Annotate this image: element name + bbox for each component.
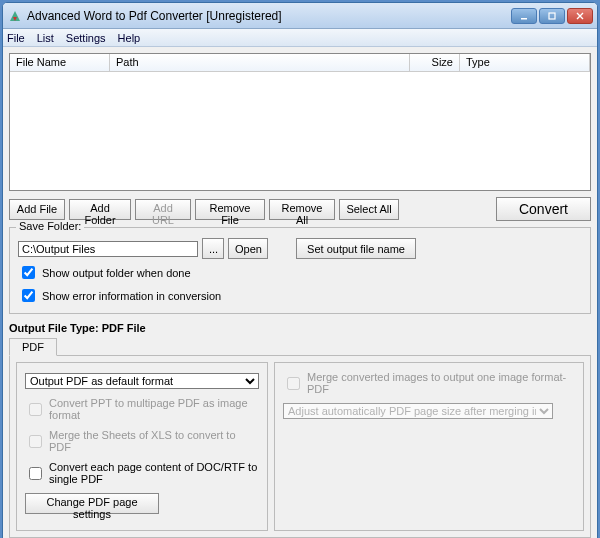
col-filename[interactable]: File Name — [10, 54, 110, 71]
open-folder-button[interactable]: Open — [228, 238, 268, 259]
window-title: Advanced Word to Pdf Converter [Unregist… — [27, 9, 511, 23]
toolbar: Add File Add Folder Add URL Remove File … — [9, 197, 591, 221]
menubar: File List Settings Help — [3, 29, 597, 47]
xls-checkbox: Merge the Sheets of XLS to convert to PD… — [25, 429, 259, 453]
minimize-button[interactable] — [511, 8, 537, 24]
col-size[interactable]: Size — [410, 54, 460, 71]
tab-body: Output PDF as default format Convert PPT… — [9, 356, 591, 538]
convert-button[interactable]: Convert — [496, 197, 591, 221]
set-output-name-button[interactable]: Set output file name — [296, 238, 416, 259]
add-folder-button[interactable]: Add Folder — [69, 199, 131, 220]
svg-rect-0 — [521, 18, 527, 20]
menu-list[interactable]: List — [37, 32, 54, 44]
file-list[interactable]: File Name Path Size Type — [9, 53, 591, 191]
pdf-options-right: Merge converted images to output one ima… — [274, 362, 584, 531]
show-folder-check[interactable] — [22, 266, 35, 279]
adjust-size-select: Adjust automatically PDF page size after… — [283, 403, 553, 419]
add-file-button[interactable]: Add File — [9, 199, 65, 220]
tab-row: PDF — [9, 338, 591, 356]
pdf-options-left: Output PDF as default format Convert PPT… — [16, 362, 268, 531]
docrtf-checkbox[interactable]: Convert each page content of DOC/RTF to … — [25, 461, 259, 485]
col-type[interactable]: Type — [460, 54, 590, 71]
tab-pdf[interactable]: PDF — [9, 338, 57, 356]
add-url-button[interactable]: Add URL — [135, 199, 191, 220]
col-path[interactable]: Path — [110, 54, 410, 71]
output-file-type-label: Output File Type: PDF File — [9, 322, 591, 334]
menu-help[interactable]: Help — [118, 32, 141, 44]
close-button[interactable] — [567, 8, 593, 24]
select-all-button[interactable]: Select All — [339, 199, 399, 220]
save-folder-group: Save Folder: ... Open Set output file na… — [9, 227, 591, 314]
save-folder-input[interactable] — [18, 241, 198, 257]
show-error-checkbox[interactable]: Show error information in conversion — [18, 286, 582, 305]
merge-images-checkbox: Merge converted images to output one ima… — [283, 371, 575, 395]
remove-all-button[interactable]: Remove All — [269, 199, 335, 220]
remove-file-button[interactable]: Remove File — [195, 199, 265, 220]
file-list-header: File Name Path Size Type — [10, 54, 590, 72]
menu-file[interactable]: File — [7, 32, 25, 44]
svg-rect-1 — [549, 13, 555, 19]
menu-settings[interactable]: Settings — [66, 32, 106, 44]
window-controls — [511, 8, 593, 24]
ppt-checkbox: Convert PPT to multipage PDF as image fo… — [25, 397, 259, 421]
app-window: Advanced Word to Pdf Converter [Unregist… — [2, 2, 598, 538]
output-format-select[interactable]: Output PDF as default format — [25, 373, 259, 389]
client-area: File Name Path Size Type Add File Add Fo… — [3, 47, 597, 538]
browse-button[interactable]: ... — [202, 238, 224, 259]
save-folder-legend: Save Folder: — [16, 220, 84, 232]
show-error-check[interactable] — [22, 289, 35, 302]
maximize-button[interactable] — [539, 8, 565, 24]
page-settings-button[interactable]: Change PDF page settings — [25, 493, 159, 514]
app-icon — [7, 8, 23, 24]
titlebar[interactable]: Advanced Word to Pdf Converter [Unregist… — [3, 3, 597, 29]
show-folder-checkbox[interactable]: Show output folder when done — [18, 263, 582, 282]
